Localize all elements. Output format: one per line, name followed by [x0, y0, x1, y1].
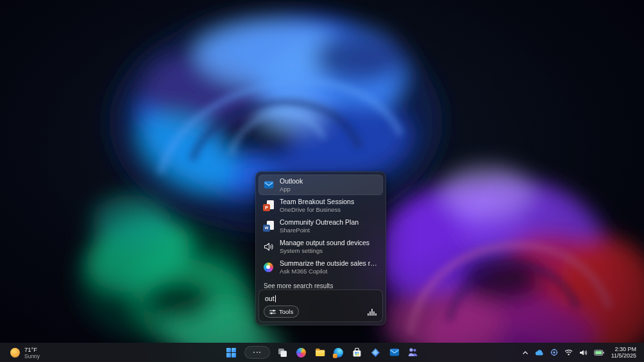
result-title: Outlook	[280, 177, 303, 185]
weather-temperature: 71°F	[24, 346, 40, 353]
volume-tray-button[interactable]	[577, 345, 589, 359]
volume-icon	[579, 349, 588, 356]
result-title: Team Breakout Sessions	[280, 198, 354, 206]
search-query-value: out	[265, 295, 275, 302]
system-tray: 2:30 PM 11/5/2025	[520, 343, 640, 362]
word-icon: W	[263, 221, 274, 232]
search-input[interactable]: out Tools	[258, 289, 383, 322]
teams-people-icon	[408, 348, 418, 357]
search-result-row[interactable]: W Community Outreach Plan SharePoint	[258, 216, 383, 236]
result-subtitle: Ask M365 Copilot	[280, 268, 379, 275]
teams-people-button[interactable]	[405, 345, 421, 360]
battery-icon	[594, 350, 604, 356]
result-title: Summarize the outside sales report	[280, 259, 379, 268]
clock-time: 2:30 PM	[614, 346, 636, 353]
result-subtitle: System settings	[280, 247, 369, 255]
hidden-icons-button[interactable]	[520, 345, 530, 359]
text-caret	[275, 295, 276, 302]
sliders-icon	[269, 309, 276, 315]
outlook-icon	[263, 180, 274, 191]
search-results-list: Outlook App P Team Breakout Sessions One…	[258, 175, 383, 277]
result-title: Manage output sound devices	[280, 239, 369, 247]
wifi-icon	[564, 349, 573, 356]
result-subtitle: App	[280, 185, 303, 193]
powerpoint-icon: P	[263, 200, 274, 211]
outlook-app-button[interactable]	[387, 345, 402, 360]
search-result-row[interactable]: P Team Breakout Sessions OneDrive for Bu…	[258, 195, 383, 216]
voice-input-icon[interactable]	[368, 308, 377, 316]
m365-copilot-app-button[interactable]	[294, 345, 309, 360]
battery-tray-button[interactable]	[592, 345, 606, 359]
weather-condition: Sunny	[24, 353, 40, 359]
sun-icon	[10, 348, 20, 358]
search-result-row[interactable]: Outlook App	[258, 175, 383, 195]
microsoft-store-button[interactable]	[350, 345, 365, 360]
file-explorer-button[interactable]	[312, 345, 328, 360]
network-tray-button[interactable]	[563, 345, 575, 359]
search-pill-button[interactable]	[242, 345, 272, 360]
gear-icon	[550, 349, 558, 356]
clock-widget[interactable]: 2:30 PM 11/5/2025	[609, 346, 640, 359]
result-subtitle: OneDrive for Business	[280, 206, 354, 214]
clock-date: 11/5/2025	[611, 352, 636, 359]
result-subtitle: SharePoint	[280, 227, 359, 234]
ellipsis-icon	[244, 346, 270, 359]
file-explorer-icon	[315, 348, 325, 357]
weather-widget[interactable]: 71°F Sunny	[6, 343, 44, 362]
settings-sync-tray-button[interactable]	[548, 345, 560, 359]
search-query-text: out	[265, 295, 377, 302]
teams-new-icon	[371, 348, 380, 358]
search-result-row[interactable]: Manage output sound devices System setti…	[258, 236, 383, 257]
result-title: Community Outreach Plan	[280, 218, 359, 227]
search-flyout: Outlook App P Team Breakout Sessions One…	[255, 171, 386, 325]
taskbar-center-icons	[224, 345, 421, 360]
taskbar: 71°F Sunny	[0, 343, 644, 362]
m365-copilot-app-icon	[296, 348, 306, 358]
chevron-up-icon	[522, 350, 529, 355]
task-view-icon	[278, 348, 287, 358]
task-view-button[interactable]	[275, 345, 291, 360]
copilot-icon	[263, 262, 274, 273]
outlook-icon	[389, 348, 400, 357]
edge-browser-button[interactable]	[331, 345, 346, 360]
onedrive-icon	[535, 350, 544, 356]
teams-new-button[interactable]	[368, 345, 384, 360]
start-button[interactable]	[224, 345, 239, 360]
onedrive-tray-button[interactable]	[533, 345, 546, 359]
tools-button[interactable]: Tools	[264, 306, 299, 318]
tools-button-label: Tools	[279, 308, 293, 315]
edge-browser-icon	[334, 348, 343, 358]
microsoft-store-icon	[352, 348, 362, 358]
windows-start-icon	[226, 348, 236, 358]
speaker-icon	[263, 241, 274, 252]
search-result-row[interactable]: Summarize the outside sales report Ask M…	[258, 257, 383, 277]
